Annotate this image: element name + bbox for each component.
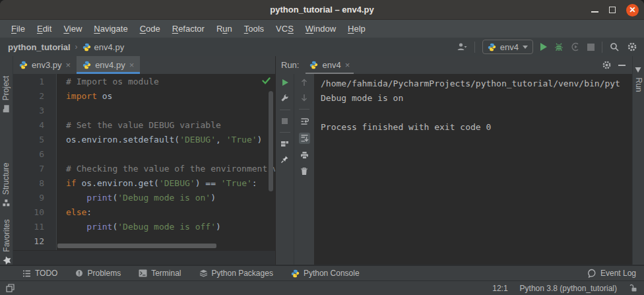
line-number[interactable]: 12	[13, 234, 56, 249]
breadcrumb-file[interactable]: env4.py	[82, 42, 125, 52]
run-tab-env4[interactable]: env4 ×	[306, 56, 354, 74]
run-console-output[interactable]: /home/fahmida/PycharmProjects/python_tut…	[314, 74, 632, 265]
code-line[interactable]: import os	[66, 89, 275, 104]
minimize-icon[interactable]	[591, 11, 598, 13]
menu-refactor[interactable]: Refactor	[166, 24, 210, 34]
console-line: Process finished with exit code 0	[321, 120, 632, 135]
settings-gear-icon[interactable]	[602, 60, 612, 70]
code-line[interactable]: else:	[66, 205, 275, 220]
menu-run[interactable]: Run	[210, 24, 238, 34]
user-icon[interactable]	[457, 42, 467, 51]
horizontal-scrollbar[interactable]	[57, 244, 216, 248]
code-line[interactable]: print('Debug mode is off')	[66, 220, 275, 234]
print-icon[interactable]	[300, 151, 309, 160]
vertical-scrollbar[interactable]	[269, 91, 273, 191]
toolwindow-bar: TODOProblemsTerminalPython PackagesPytho…	[0, 265, 644, 280]
line-number[interactable]: 5	[13, 133, 56, 147]
toolwindow-python-packages[interactable]: Python Packages	[199, 269, 273, 278]
rerun-icon[interactable]	[281, 79, 289, 86]
line-number[interactable]: 3	[13, 104, 56, 118]
code-line[interactable]: # Set the value DEBUG variable	[66, 118, 275, 133]
line-number[interactable]: 11	[13, 220, 56, 234]
stop-icon[interactable]	[587, 44, 595, 51]
menu-help[interactable]: Help	[342, 24, 371, 34]
toolbar-divider	[280, 110, 290, 110]
run-header: Run: env4 ×	[276, 56, 632, 74]
python-icon	[19, 61, 28, 69]
stripe-run[interactable]: Run	[633, 59, 644, 100]
coverage-icon[interactable]	[571, 42, 580, 51]
terminal-icon	[139, 269, 147, 277]
search-icon[interactable]	[610, 42, 620, 52]
unlocked-icon[interactable]	[629, 284, 637, 292]
restore-layout-icon[interactable]	[280, 140, 289, 148]
hide-icon[interactable]	[618, 65, 626, 66]
menu-window[interactable]: Window	[300, 24, 342, 34]
run-configuration-select[interactable]: env4	[482, 40, 533, 54]
console-line	[321, 106, 632, 120]
close-icon[interactable]: ×	[129, 61, 135, 69]
run-icon[interactable]	[540, 43, 547, 51]
check-icon[interactable]	[262, 77, 271, 84]
run-title: Run:	[281, 60, 299, 70]
breadcrumb-project[interactable]: python_tutorial	[8, 42, 71, 52]
line-number[interactable]: 6	[13, 147, 56, 162]
line-number[interactable]: 7	[13, 162, 56, 176]
code-area[interactable]: # Import os moduleimport os# Set the val…	[57, 74, 275, 250]
menu-file[interactable]: File	[5, 24, 31, 34]
softwrap-icon[interactable]	[300, 117, 309, 125]
run-toolbar-left	[276, 74, 294, 265]
down-arrow-icon[interactable]	[300, 94, 308, 102]
close-icon[interactable]: ×	[345, 60, 350, 70]
pycharm-window: python_tutorial – env4.py ✕ FileEditView…	[0, 0, 644, 295]
pin-icon[interactable]	[280, 155, 289, 164]
toolwindow-todo[interactable]: TODO	[22, 269, 57, 278]
code-line[interactable]: if os.environ.get('DEBUG') == 'True':	[66, 176, 275, 191]
menu-view[interactable]: View	[57, 24, 88, 34]
code-line[interactable]	[66, 147, 275, 162]
code-line[interactable]: # Checking the value of the environment …	[66, 162, 275, 176]
scroll-end-icon[interactable]	[299, 133, 310, 144]
line-number[interactable]: 10	[13, 205, 56, 220]
maximize-icon[interactable]	[609, 7, 616, 13]
toolwindow-switcher-icon[interactable]	[5, 283, 15, 293]
code-editor[interactable]: 123456789101112 # Import os moduleimport…	[13, 74, 275, 250]
toolwindow-terminal[interactable]: Terminal	[139, 269, 181, 278]
stop-icon[interactable]	[281, 117, 288, 125]
tab-env4.py[interactable]: env4.py×	[77, 56, 140, 74]
close-icon[interactable]: ✕	[626, 4, 639, 16]
toolwindow-problems[interactable]: Problems	[75, 269, 121, 278]
toolwindow-python-console[interactable]: Python Console	[291, 269, 360, 278]
code-line[interactable]	[66, 104, 275, 118]
line-number[interactable]: 2	[13, 89, 56, 104]
interpreter-indicator[interactable]: Python 3.8 (python_tutorial)	[520, 284, 617, 293]
run-body: /home/fahmida/PycharmProjects/python_tut…	[276, 74, 632, 265]
code-line[interactable]: print('Debug mode is on')	[66, 191, 275, 205]
line-number[interactable]: 1	[13, 75, 56, 89]
menu-tools[interactable]: Tools	[238, 24, 270, 34]
settings-gear-icon[interactable]	[627, 42, 637, 52]
tab-env3.py[interactable]: env3.py×	[13, 56, 77, 74]
debug-icon[interactable]	[554, 42, 564, 51]
line-number[interactable]: 4	[13, 118, 56, 133]
close-icon[interactable]: ×	[66, 61, 71, 69]
problems-icon	[75, 269, 83, 277]
editor-pane: env3.py×env4.py× 123456789101112 # Impor…	[13, 56, 276, 265]
editor-gutter[interactable]: 123456789101112	[13, 74, 57, 250]
line-number[interactable]: 8	[13, 176, 56, 191]
menu-vcs[interactable]: VCS	[270, 24, 300, 34]
settings-wrench-icon[interactable]	[280, 94, 289, 102]
code-line[interactable]: os.environ.setdefault('DEBUG', 'True')	[66, 133, 275, 147]
line-number[interactable]: 9	[13, 191, 56, 205]
code-line[interactable]: # Import os module	[66, 75, 275, 89]
clear-icon[interactable]	[300, 167, 308, 176]
stripe-favorites[interactable]: Favorites	[0, 209, 13, 275]
stripe-project[interactable]: Project	[0, 61, 13, 127]
up-arrow-icon[interactable]	[300, 79, 308, 86]
menu-edit[interactable]: Edit	[31, 24, 57, 34]
menu-navigate[interactable]: Navigate	[88, 24, 133, 34]
toolwindow-event-log[interactable]: Event Log	[587, 269, 636, 278]
menu-code[interactable]: Code	[134, 24, 166, 34]
caret-position[interactable]: 12:1	[492, 284, 507, 293]
structure-icon	[3, 199, 11, 207]
